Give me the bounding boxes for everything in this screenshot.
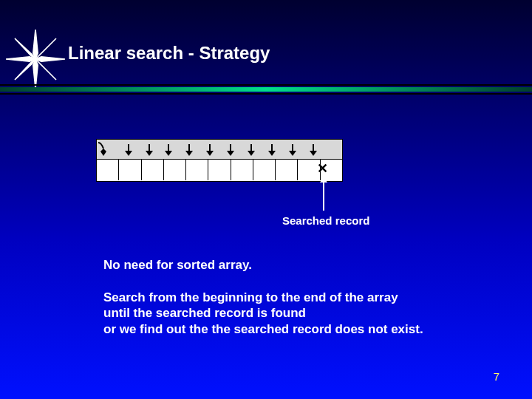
svg-marker-0 [33,30,38,59]
array-cell [97,160,119,180]
step-arrow-icon [228,144,233,156]
page-number: 7 [494,370,499,383]
step-arrow-icon [208,144,212,156]
step-arrow-icon [147,144,151,156]
body-line-1: No need for sorted array. [103,257,252,273]
arrow-row [97,140,342,160]
array-cell [208,160,231,180]
starburst-icon [6,30,65,89]
array-cell [164,160,186,180]
step-arrow-icon [126,144,131,156]
step-arrow-icon [270,144,274,156]
svg-marker-2 [6,57,35,61]
step-arrow-icon [166,144,171,156]
divider [0,84,532,95]
step-arrow-icon [187,144,191,156]
slide: Linear search - Strategy ✕ [0,0,532,399]
step-arrow-icon [249,144,253,156]
svg-marker-5 [35,38,56,59]
array-cell [276,160,298,180]
array-cell [253,160,276,180]
step-arrow-icon [290,144,295,156]
start-arrow-icon [97,141,115,157]
array-cell [119,160,141,180]
svg-marker-6 [15,59,35,80]
pointer-arrow-icon [323,181,324,211]
searched-record-label: Searched record [282,214,369,227]
body-line-2: Search from the beginning to the end of … [103,290,423,337]
svg-marker-8 [100,149,106,156]
slide-title: Linear search - Strategy [68,43,270,64]
svg-marker-3 [35,57,65,61]
array-cell [142,160,164,180]
found-marker-icon: ✕ [317,160,328,177]
step-arrow-icon [311,144,316,156]
svg-marker-4 [15,38,35,59]
array-cell [186,160,208,180]
svg-marker-7 [35,59,56,80]
cell-row [97,160,342,180]
array-diagram: ✕ [96,139,343,182]
array-cell [231,160,253,180]
